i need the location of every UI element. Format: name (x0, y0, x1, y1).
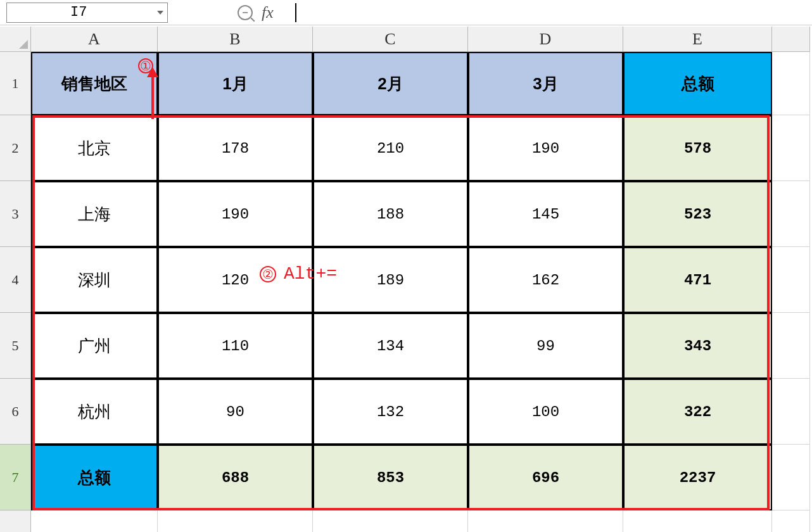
annotation-step2-text: Alt+= (284, 264, 337, 284)
chevron-down-icon[interactable] (157, 11, 163, 15)
cell-data[interactable]: 99 (468, 313, 623, 379)
col-header-B[interactable]: B (158, 27, 313, 52)
name-box-value: I7 (70, 4, 87, 20)
empty-cell[interactable] (468, 510, 623, 532)
totals-label[interactable]: 总额 (31, 445, 158, 510)
cell-coltotal[interactable]: 853 (313, 445, 468, 510)
row-header-2[interactable]: 2 (0, 115, 31, 181)
empty-cell[interactable] (31, 510, 158, 532)
cell-data[interactable]: 134 (313, 313, 468, 379)
cell-data[interactable]: 210 (313, 115, 468, 181)
cell-data[interactable]: 188 (313, 181, 468, 247)
empty-cell[interactable] (772, 313, 810, 379)
cell-data[interactable]: 100 (468, 379, 623, 445)
header-m1[interactable]: 1月 (158, 52, 313, 115)
header-m3[interactable]: 3月 (468, 52, 623, 115)
table-row: 深圳 120 189 162 471 (31, 247, 810, 313)
cell-data[interactable]: 190 (468, 115, 623, 181)
empty-cell[interactable] (623, 510, 772, 532)
empty-cell[interactable] (772, 181, 810, 247)
row-header-6[interactable]: 6 (0, 379, 31, 445)
cell-data[interactable]: 90 (158, 379, 313, 445)
empty-cell[interactable] (772, 510, 810, 532)
row-header-8[interactable] (0, 510, 31, 532)
empty-cell[interactable] (772, 445, 810, 510)
row-headers: 1 2 3 4 5 6 7 (0, 52, 31, 532)
formula-bar: I7 − fx (0, 0, 812, 25)
zoom-out-icon[interactable]: − (238, 5, 253, 20)
col-header-C[interactable]: C (313, 27, 468, 52)
col-header-A[interactable]: A (31, 27, 158, 52)
empty-cell[interactable] (313, 510, 468, 532)
table-row: 总额 688 853 696 2237 (31, 445, 810, 510)
select-all-corner[interactable] (0, 27, 31, 52)
cell-rowtotal[interactable]: 471 (623, 247, 772, 313)
table-row: 北京 178 210 190 578 (31, 115, 810, 181)
arrow-icon (151, 76, 154, 119)
cell-data[interactable]: 132 (313, 379, 468, 445)
empty-cell[interactable] (772, 379, 810, 445)
col-header-E[interactable]: E (623, 27, 772, 52)
cell-data[interactable]: 178 (158, 115, 313, 181)
cell-data[interactable]: 145 (468, 181, 623, 247)
row-header-1[interactable]: 1 (0, 52, 31, 115)
row-header-5[interactable]: 5 (0, 313, 31, 379)
cell-rowtotal[interactable]: 523 (623, 181, 772, 247)
cell-data[interactable]: 110 (158, 313, 313, 379)
annotation-step2: ② Alt+= (260, 264, 337, 284)
empty-cell[interactable] (158, 510, 313, 532)
row-header-7[interactable]: 7 (0, 445, 31, 510)
header-total[interactable]: 总额 (623, 52, 772, 115)
table-row: 广州 110 134 99 343 (31, 313, 810, 379)
cell-region[interactable]: 北京 (31, 115, 158, 181)
column-headers: A B C D E (31, 27, 810, 52)
cell-grandtotal[interactable]: 2237 (623, 445, 772, 510)
row-header-3[interactable]: 3 (0, 181, 31, 247)
cell-rowtotal[interactable]: 343 (623, 313, 772, 379)
empty-cell[interactable] (772, 115, 810, 181)
cell-data[interactable]: 162 (468, 247, 623, 313)
cell-rowtotal[interactable]: 578 (623, 115, 772, 181)
table-row: 杭州 90 132 100 322 (31, 379, 810, 445)
cell-coltotal[interactable]: 688 (158, 445, 313, 510)
empty-cell[interactable] (772, 52, 810, 115)
formula-input-cursor[interactable] (295, 3, 296, 22)
table-row: 上海 190 188 145 523 (31, 181, 810, 247)
row-header-4[interactable]: 4 (0, 247, 31, 313)
empty-cell[interactable] (772, 247, 810, 313)
table-row (31, 510, 810, 532)
cell-region[interactable]: 深圳 (31, 247, 158, 313)
cell-data[interactable]: 190 (158, 181, 313, 247)
col-header-D[interactable]: D (468, 27, 623, 52)
cell-region[interactable]: 上海 (31, 181, 158, 247)
fx-label[interactable]: fx (262, 3, 274, 22)
annotation-step2-icon: ② (260, 266, 276, 282)
fx-area: − fx (238, 3, 296, 22)
cell-grid: 销售地区 1月 2月 3月 总额 北京 178 210 190 578 上海 1… (31, 52, 810, 532)
cell-region[interactable]: 广州 (31, 313, 158, 379)
cell-coltotal[interactable]: 696 (468, 445, 623, 510)
col-header-F[interactable] (772, 27, 810, 52)
cell-rowtotal[interactable]: 322 (623, 379, 772, 445)
name-box[interactable]: I7 (6, 3, 168, 23)
cell-region[interactable]: 杭州 (31, 379, 158, 445)
header-m2[interactable]: 2月 (313, 52, 468, 115)
